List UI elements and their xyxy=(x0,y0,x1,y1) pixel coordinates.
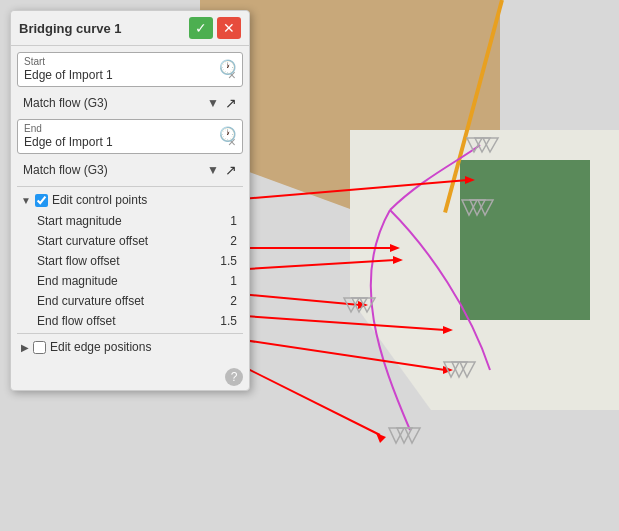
edit-control-points-checkbox[interactable] xyxy=(35,194,48,207)
confirm-button[interactable]: ✓ xyxy=(189,17,213,39)
edge-positions-arrow-icon: ▶ xyxy=(21,342,29,353)
start-magnitude-value: 1 xyxy=(230,214,237,228)
end-value-row: Edge of Import 1 × xyxy=(24,134,236,150)
panel-footer: ? xyxy=(11,364,249,390)
end-flow-label: End flow offset xyxy=(37,314,116,328)
start-flow-value: 1.5 xyxy=(220,254,237,268)
svg-marker-27 xyxy=(405,428,420,443)
divider-1 xyxy=(17,186,243,187)
match-controls-2: ▼ ↗ xyxy=(207,162,237,178)
match-flow-row-1: Match flow (G3) ▼ ↗ xyxy=(17,91,243,115)
header-buttons: ✓ ✕ xyxy=(189,17,241,39)
edit-edge-positions-checkbox[interactable] xyxy=(33,341,46,354)
end-curvature-value: 2 xyxy=(230,294,237,308)
start-input-group[interactable]: Start Edge of Import 1 × 🕐 xyxy=(17,52,243,87)
end-magnitude-label: End magnitude xyxy=(37,274,118,288)
snap-icon-2[interactable]: ↗ xyxy=(225,162,237,178)
end-magnitude-value: 1 xyxy=(230,274,237,288)
cancel-button[interactable]: ✕ xyxy=(217,17,241,39)
start-curvature-row: Start curvature offset 2 xyxy=(17,231,243,251)
svg-marker-26 xyxy=(397,428,412,443)
start-magnitude-row: Start magnitude 1 xyxy=(17,211,243,231)
end-input-group[interactable]: End Edge of Import 1 × 🕐 xyxy=(17,119,243,154)
start-value-row: Edge of Import 1 × xyxy=(24,67,236,83)
start-value: Edge of Import 1 xyxy=(24,68,113,82)
edit-control-points-section[interactable]: ▼ Edit control points xyxy=(17,189,243,211)
end-flow-row: End flow offset 1.5 xyxy=(17,311,243,331)
end-value: Edge of Import 1 xyxy=(24,135,113,149)
edit-control-points-label: Edit control points xyxy=(35,193,147,207)
start-curvature-value: 2 xyxy=(230,234,237,248)
panel-header: Bridging curve 1 ✓ ✕ xyxy=(11,11,249,46)
help-button[interactable]: ? xyxy=(225,368,243,386)
edit-edge-positions-section[interactable]: ▶ Edit edge positions xyxy=(17,336,243,358)
match-dropdown-2[interactable]: ▼ xyxy=(207,163,219,177)
edit-edge-positions-label: Edit edge positions xyxy=(33,340,151,354)
surface-green xyxy=(460,160,590,320)
svg-line-10 xyxy=(230,360,380,435)
start-label: Start xyxy=(24,56,236,67)
end-curvature-row: End curvature offset 2 xyxy=(17,291,243,311)
control-points-arrow-icon: ▼ xyxy=(21,195,31,206)
start-flow-row: Start flow offset 1.5 xyxy=(17,251,243,271)
svg-marker-11 xyxy=(376,433,386,443)
panel-body: Start Edge of Import 1 × 🕐 Match flow (G… xyxy=(11,46,249,364)
end-clock-icon: 🕐 xyxy=(219,126,236,142)
panel: Bridging curve 1 ✓ ✕ Start Edge of Impor… xyxy=(10,10,250,391)
end-magnitude-row: End magnitude 1 xyxy=(17,271,243,291)
match-controls-1: ▼ ↗ xyxy=(207,95,237,111)
start-flow-label: Start flow offset xyxy=(37,254,119,268)
match-flow-row-2: Match flow (G3) ▼ ↗ xyxy=(17,158,243,182)
start-curvature-label: Start curvature offset xyxy=(37,234,148,248)
match-flow-label-1: Match flow (G3) xyxy=(23,96,108,110)
end-flow-value: 1.5 xyxy=(220,314,237,328)
end-curvature-label: End curvature offset xyxy=(37,294,144,308)
snap-icon-1[interactable]: ↗ xyxy=(225,95,237,111)
match-flow-label-2: Match flow (G3) xyxy=(23,163,108,177)
panel-title: Bridging curve 1 xyxy=(19,21,122,36)
divider-2 xyxy=(17,333,243,334)
start-clock-icon: 🕐 xyxy=(219,59,236,75)
svg-marker-28 xyxy=(389,428,404,443)
end-label: End xyxy=(24,123,236,134)
match-dropdown-1[interactable]: ▼ xyxy=(207,96,219,110)
start-magnitude-label: Start magnitude xyxy=(37,214,122,228)
